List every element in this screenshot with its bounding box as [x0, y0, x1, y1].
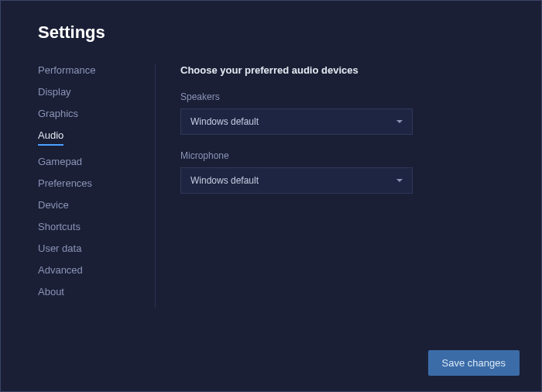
- sidebar-item-label: Advanced: [38, 264, 83, 276]
- sidebar-item-label: User data: [38, 242, 81, 254]
- speakers-value: Windows default: [190, 116, 259, 127]
- sidebar-item-label: Audio: [38, 129, 63, 146]
- settings-sidebar: Performance Display Graphics Audio Gamep…: [38, 64, 156, 308]
- sidebar-item-label: Gamepad: [38, 156, 82, 167]
- sidebar-item-about[interactable]: About: [38, 286, 139, 297]
- save-button[interactable]: Save changes: [428, 350, 520, 376]
- sidebar-item-label: Shortcuts: [38, 221, 81, 232]
- sidebar-item-label: Display: [38, 86, 71, 98]
- speakers-select[interactable]: Windows default: [180, 108, 413, 135]
- sidebar-item-label: Device: [38, 199, 69, 211]
- sidebar-item-label: Preferences: [38, 177, 92, 189]
- page-title: Settings: [38, 22, 510, 43]
- content-header: Choose your preferred audio devices: [180, 64, 510, 76]
- main-area: Performance Display Graphics Audio Gamep…: [38, 64, 510, 308]
- sidebar-item-advanced[interactable]: Advanced: [38, 264, 139, 276]
- sidebar-item-shortcuts[interactable]: Shortcuts: [38, 221, 139, 232]
- sidebar-item-preferences[interactable]: Preferences: [38, 177, 139, 189]
- sidebar-item-device[interactable]: Device: [38, 199, 139, 211]
- sidebar-item-graphics[interactable]: Graphics: [38, 108, 139, 119]
- microphone-label: Microphone: [180, 150, 510, 161]
- chevron-down-icon: [396, 120, 403, 123]
- sidebar-item-label: Graphics: [38, 108, 78, 119]
- chevron-down-icon: [396, 179, 403, 182]
- sidebar-item-gamepad[interactable]: Gamepad: [38, 156, 139, 167]
- speakers-field: Speakers Windows default: [180, 91, 510, 135]
- microphone-field: Microphone Windows default: [180, 150, 510, 194]
- sidebar-item-performance[interactable]: Performance: [38, 64, 139, 76]
- sidebar-item-label: About: [38, 286, 64, 297]
- sidebar-item-label: Performance: [38, 64, 95, 76]
- sidebar-item-audio[interactable]: Audio: [38, 129, 139, 146]
- speakers-label: Speakers: [180, 91, 510, 102]
- sidebar-item-user-data[interactable]: User data: [38, 242, 139, 254]
- sidebar-item-display[interactable]: Display: [38, 86, 139, 98]
- content-panel: Choose your preferred audio devices Spea…: [156, 64, 510, 308]
- microphone-value: Windows default: [190, 175, 259, 186]
- microphone-select[interactable]: Windows default: [180, 167, 413, 194]
